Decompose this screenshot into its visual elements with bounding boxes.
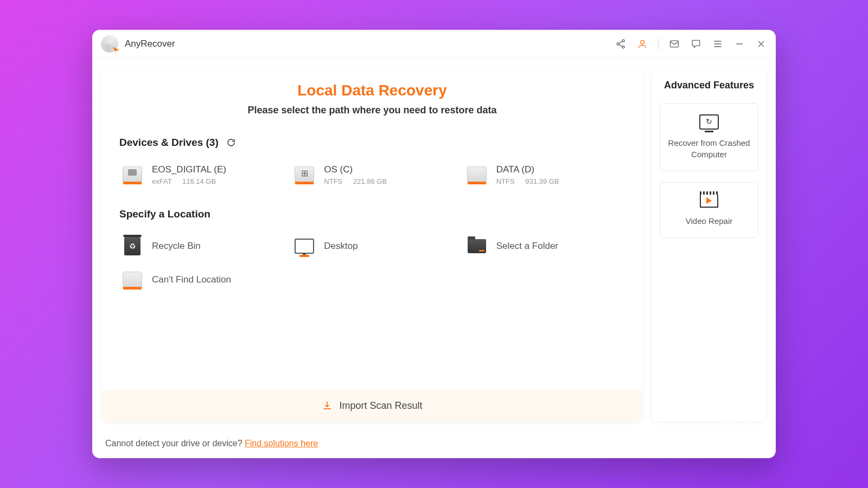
drive-size: 931.39 GB bbox=[525, 177, 559, 185]
mail-icon[interactable] bbox=[668, 38, 680, 50]
drive-fs: exFAT bbox=[152, 177, 171, 185]
drive-data-d[interactable]: DATA (D) NTFS 931.39 GB bbox=[464, 160, 625, 189]
footer: Cannot detect your drive or device? Find… bbox=[92, 431, 776, 458]
menu-icon[interactable] bbox=[712, 38, 724, 50]
location-label: Recycle Bin bbox=[152, 241, 201, 252]
location-recycle-bin[interactable]: Recycle Bin bbox=[119, 232, 280, 260]
app-window: AnyRecover bbox=[92, 30, 776, 458]
drives-grid: EOS_DIGITAL (E) exFAT 116.14 GB OS (C) N… bbox=[119, 160, 625, 189]
unknown-drive-icon bbox=[122, 269, 143, 291]
import-label: Import Scan Result bbox=[339, 400, 422, 412]
app-logo-icon bbox=[101, 35, 118, 53]
refresh-icon[interactable] bbox=[226, 138, 236, 147]
recycle-bin-icon bbox=[122, 235, 143, 257]
svg-rect-4 bbox=[671, 41, 679, 47]
crashed-computer-icon bbox=[699, 114, 719, 130]
drive-eos-digital[interactable]: EOS_DIGITAL (E) exFAT 116.14 GB bbox=[119, 160, 280, 189]
drive-name: DATA (D) bbox=[496, 164, 559, 175]
location-label: Desktop bbox=[324, 241, 358, 252]
feature-video-repair[interactable]: Video Repair bbox=[660, 182, 758, 238]
svg-point-3 bbox=[641, 40, 644, 44]
drive-fs: NTFS bbox=[324, 177, 342, 185]
drive-name: OS (C) bbox=[324, 164, 387, 175]
side-panel-title: Advanced Features bbox=[660, 80, 758, 91]
feature-recover-crashed[interactable]: Recover from Crashed Computer bbox=[660, 103, 758, 171]
titlebar-divider bbox=[658, 38, 659, 50]
locations-header: Specify a Location bbox=[119, 208, 625, 220]
drive-size: 221.86 GB bbox=[353, 177, 387, 185]
locations-grid: Recycle Bin Desktop Select a Folder Can'… bbox=[119, 232, 625, 294]
location-select-folder[interactable]: Select a Folder bbox=[464, 232, 625, 260]
feature-label: Video Repair bbox=[686, 215, 732, 227]
devices-header-label: Devices & Drives (3) bbox=[119, 137, 219, 149]
import-scan-result-button[interactable]: Import Scan Result bbox=[102, 390, 642, 421]
drive-fs: NTFS bbox=[496, 177, 515, 185]
location-label: Select a Folder bbox=[496, 241, 558, 252]
desktop-icon bbox=[293, 235, 315, 257]
folder-icon bbox=[466, 235, 488, 257]
system-drive-icon bbox=[293, 164, 315, 185]
page-subtitle: Please select the path where you need to… bbox=[119, 105, 625, 116]
locations-header-label: Specify a Location bbox=[119, 208, 210, 220]
drive-os-c[interactable]: OS (C) NTFS 221.86 GB bbox=[291, 160, 452, 189]
location-label: Can't Find Location bbox=[152, 274, 231, 285]
main-panel: Local Data Recovery Please select the pa… bbox=[102, 68, 642, 421]
user-icon[interactable] bbox=[636, 38, 648, 50]
share-icon[interactable] bbox=[615, 38, 627, 50]
feedback-icon[interactable] bbox=[690, 38, 702, 50]
close-icon[interactable] bbox=[755, 38, 767, 50]
footer-text: Cannot detect your drive or device? bbox=[105, 439, 245, 448]
devices-header: Devices & Drives (3) bbox=[119, 137, 625, 149]
find-solutions-link[interactable]: Find solutions here bbox=[245, 439, 318, 448]
video-repair-icon bbox=[700, 194, 718, 208]
drive-size: 116.14 GB bbox=[182, 177, 216, 185]
side-panel: Advanced Features Recover from Crashed C… bbox=[652, 68, 766, 421]
location-cant-find[interactable]: Can't Find Location bbox=[119, 266, 280, 294]
drive-name: EOS_DIGITAL (E) bbox=[152, 164, 226, 175]
content-area: Local Data Recovery Please select the pa… bbox=[92, 58, 776, 431]
minimize-icon[interactable] bbox=[733, 38, 745, 50]
location-desktop[interactable]: Desktop bbox=[291, 232, 452, 260]
titlebar-actions bbox=[615, 38, 767, 50]
page-title: Local Data Recovery bbox=[119, 82, 625, 99]
hdd-drive-icon bbox=[466, 164, 488, 185]
feature-label: Recover from Crashed Computer bbox=[666, 137, 752, 160]
usb-drive-icon bbox=[122, 164, 143, 185]
titlebar: AnyRecover bbox=[92, 30, 776, 58]
app-title: AnyRecover bbox=[125, 38, 175, 49]
